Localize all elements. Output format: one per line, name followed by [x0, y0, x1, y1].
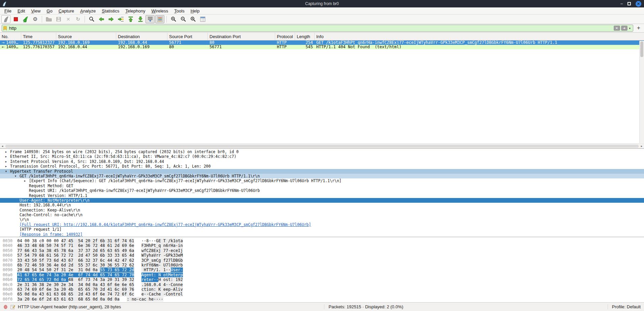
- menu-item-file[interactable]: File: [1, 8, 14, 14]
- detail-row[interactable]: [HTTP request 1/1]: [0, 227, 644, 232]
- filter-bookmark-icon[interactable]: [3, 26, 7, 31]
- save-file-button[interactable]: [54, 15, 63, 23]
- scroll-left-icon[interactable]: ◂: [0, 144, 5, 148]
- packet-row[interactable]: →1409…125.775812327192.168.0.169192.168.…: [0, 40, 644, 45]
- detail-row[interactable]: Request Method: GET: [0, 183, 644, 188]
- hex-bytes[interactable]: 63 74 69 6f 6e 3a 20 4b 65 65 70 2d 41 6…: [17, 287, 134, 292]
- auto-scroll-button[interactable]: [146, 15, 155, 23]
- expander-icon[interactable]: ▸: [2, 154, 10, 159]
- go-back-button[interactable]: [97, 15, 106, 23]
- column-header-info[interactable]: Info: [315, 33, 644, 40]
- column-header-destination[interactable]: Destination: [116, 33, 167, 40]
- hex-row[interactable]: 006057 54 79 68 61 56 72 72 2d 47 50 6b …: [3, 253, 644, 258]
- detail-row[interactable]: ▸[Expert Info (Chat/Sequence): GET /k1ot…: [0, 178, 644, 183]
- hex-row[interactable]: 00b072 65 74 65 72 0d 0a 48 6f 73 74 3a …: [3, 277, 644, 282]
- start-capture-button[interactable]: [1, 15, 10, 23]
- hex-row[interactable]: 007033 43 50 5f 73 6d 43 67 66 32 37 6c …: [3, 258, 644, 263]
- resize-columns-button[interactable]: [198, 15, 207, 23]
- scrollbar-thumb[interactable]: [5, 145, 639, 148]
- zoom-out-button[interactable]: [179, 15, 188, 23]
- zoom-in-button[interactable]: [169, 15, 178, 23]
- find-packet-button[interactable]: [87, 15, 96, 23]
- menu-item-tools[interactable]: Tools: [171, 8, 187, 14]
- close-button[interactable]: ✕: [636, 1, 641, 7]
- menu-item-capture[interactable]: Capture: [56, 8, 77, 14]
- menu-item-view[interactable]: View: [28, 8, 43, 14]
- detail-row[interactable]: Cache-Control: no-cache\r\n: [0, 213, 644, 217]
- packet-row[interactable]: ←1409…125.776170357192.168.0.44192.168.0…: [0, 45, 644, 49]
- packet-list-vertical-scrollbar[interactable]: [639, 41, 644, 143]
- profile-status[interactable]: Profile: Default: [608, 304, 641, 309]
- column-header-protocol[interactable]: Protocol: [275, 33, 295, 40]
- close-file-button[interactable]: ✕: [64, 15, 73, 23]
- capture-comment-icon[interactable]: [10, 305, 15, 309]
- column-header-src_port[interactable]: Source Port: [167, 33, 208, 40]
- scrollbar-thumb[interactable]: [640, 41, 643, 57]
- hex-row[interactable]: 00f03a 20 6e 6f 2d 63 61 63 68 65 0d 0a …: [3, 297, 644, 302]
- hex-ascii[interactable]: Agent: N otMeterp: [141, 273, 183, 277]
- menu-item-help[interactable]: Help: [188, 8, 203, 14]
- stop-capture-button[interactable]: [11, 15, 20, 23]
- hex-ascii[interactable]: F3HhPt_q n6rHa-in: [141, 243, 183, 248]
- packet-list-horizontal-scrollbar[interactable]: ◂ ▸: [0, 143, 644, 148]
- detail-row[interactable]: Connection: Keep-Alive\r\n: [0, 208, 644, 213]
- hex-row[interactable]: 003004 00 38 c0 00 00 47 45 54 20 2f 6b …: [3, 238, 644, 243]
- display-filter-input[interactable]: http ✕ ➜ ▾: [2, 25, 633, 32]
- go-last-packet-button[interactable]: [136, 15, 145, 23]
- detail-row[interactable]: [Full request URI: http://192.168.0.44/k…: [0, 222, 644, 227]
- zoom-reset-button[interactable]: [188, 15, 197, 23]
- hex-ascii[interactable]: WTyhaVrr -GPk33eM: [141, 253, 183, 258]
- hex-ascii[interactable]: e··Cache -Control: [141, 292, 183, 296]
- hex-bytes[interactable]: 6b 72 46 59 36 4e 6d 2d 55 37 6c 30 36 5…: [17, 263, 134, 267]
- hex-ascii[interactable]: krFY6Nm- U7l06Urb: [141, 263, 183, 267]
- hex-bytes[interactable]: 3a 20 6e 6f 2d 63 61 63 68 65 0d 0a 0d 0…: [17, 297, 119, 302]
- hex-ascii[interactable]: wfCZ8Exj 77-eceIj: [141, 248, 183, 253]
- menu-item-wireless[interactable]: Wireless: [149, 8, 171, 14]
- expander-icon[interactable]: ▸: [21, 178, 29, 183]
- hex-bytes[interactable]: 33 43 50 5f 73 6d 43 67 66 32 37 6c 44 4…: [17, 258, 134, 263]
- filter-dropdown-caret[interactable]: ▾: [627, 27, 633, 30]
- hex-ascii[interactable]: 3CP_smCg f27lDBGb: [141, 258, 183, 263]
- menu-item-go[interactable]: Go: [43, 8, 55, 14]
- detail-row[interactable]: ▸Transmission Control Protocol, Src Port…: [0, 164, 644, 169]
- scroll-right-icon[interactable]: ▸: [639, 144, 644, 148]
- hex-row[interactable]: 00a041 67 65 6e 74 3a 20 4e 6f 74 4d 65 …: [3, 273, 644, 277]
- menu-item-statistics[interactable]: Statistics: [99, 8, 122, 14]
- hex-row[interactable]: 004046 33 48 68 50 74 5f 71 6e 36 72 48 …: [3, 243, 644, 248]
- hex-ascii[interactable]: reter··H ost: 192: [141, 277, 183, 282]
- hex-row[interactable]: 00e065 0d 0a 43 61 63 68 65 2d 43 6f 6e …: [3, 292, 644, 296]
- column-header-no[interactable]: No.: [0, 33, 21, 40]
- menu-item-telephony[interactable]: Telephony: [122, 8, 148, 14]
- hex-bytes[interactable]: 57 54 79 68 61 56 72 72 2d 47 50 6b 33 3…: [17, 253, 134, 258]
- detail-row[interactable]: Request Version: HTTP/1.1: [0, 193, 644, 198]
- open-file-button[interactable]: [44, 15, 53, 23]
- minimize-button[interactable]: –: [620, 2, 623, 6]
- hex-bytes[interactable]: 72 65 74 65 72 0d 0a 48 6f 73 74 3a 20 3…: [17, 277, 134, 282]
- go-forward-button[interactable]: [106, 15, 116, 23]
- detail-row[interactable]: User-Agent: NotMeterpreter\r\n: [0, 198, 644, 203]
- hex-bytes[interactable]: 04 00 38 c0 00 00 47 45 54 20 2f 6b 31 6…: [17, 238, 134, 243]
- hex-bytes[interactable]: 41 67 65 6e 74 3a 20 4e 6f 74 4d 65 74 6…: [17, 273, 134, 277]
- detail-row[interactable]: ▾GET /k1otaF3HhPt_qn6rHa-inwfCZ8Exj77-ec…: [0, 174, 644, 178]
- hex-bytes[interactable]: 2e 31 36 38 2e 30 2e 34 34 0d 0a 43 6f 6…: [17, 282, 134, 287]
- go-to-packet-button[interactable]: [116, 15, 125, 23]
- detail-row[interactable]: Host: 192.168.0.44\r\n: [0, 203, 644, 207]
- go-first-packet-button[interactable]: [126, 15, 135, 23]
- menu-item-edit[interactable]: Edit: [14, 8, 28, 14]
- column-header-source[interactable]: Source: [56, 33, 116, 40]
- expander-icon[interactable]: ▾: [2, 169, 10, 174]
- expert-info-icon[interactable]: [3, 305, 8, 309]
- hex-ascii[interactable]: ··8···GE T /k1ota: [141, 238, 183, 243]
- hex-bytes[interactable]: 46 33 48 68 50 74 5f 71 6e 36 72 48 61 2…: [17, 243, 134, 248]
- colorize-button[interactable]: [155, 15, 164, 23]
- detail-row[interactable]: [Response in frame: 140932]: [0, 232, 644, 237]
- reload-file-button[interactable]: ↻: [73, 15, 83, 23]
- hex-row[interactable]: 009020 48 54 54 50 2f 31 2e 31 0d 0a 55 …: [3, 267, 644, 272]
- capture-options-button[interactable]: ⚙: [31, 15, 40, 23]
- expander-icon[interactable]: ▸: [2, 149, 10, 154]
- column-header-time[interactable]: Time: [21, 33, 56, 40]
- detail-row[interactable]: ▸Ethernet II, Src: Micro-St_63:11:ca (2c…: [0, 154, 644, 159]
- restart-capture-button[interactable]: [21, 15, 30, 23]
- filter-apply-button[interactable]: ➜: [621, 26, 627, 31]
- filter-value[interactable]: http: [7, 26, 613, 31]
